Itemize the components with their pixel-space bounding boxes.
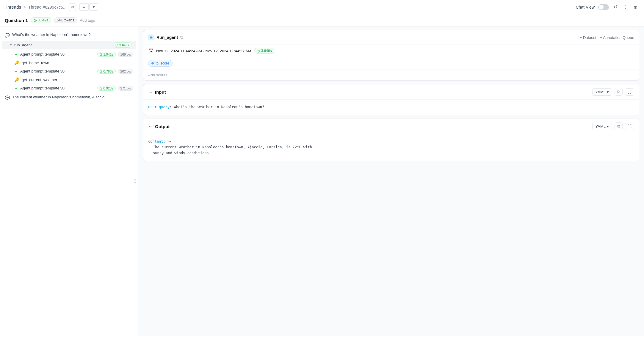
input-section-header: → Input YAML ▾ ⧉ ⛶: [143, 84, 639, 100]
output-yaml-dropdown[interactable]: YAML ▾: [592, 123, 612, 130]
question-tokens-badge: 641 tokens: [54, 17, 77, 23]
main-layout: 💬 What's the weather in Napoleon's homet…: [0, 26, 644, 336]
clock-icon-2: ◷: [100, 69, 103, 73]
input-section-card: → Input YAML ▾ ⧉ ⛶ user_query: What's th…: [143, 84, 639, 115]
output-title-text: Output: [155, 124, 170, 129]
score-dot: [151, 62, 154, 64]
question-tokens-value: 641 tokens: [57, 18, 74, 22]
clock-icon-3: ◷: [100, 86, 103, 90]
sidebar-answer: 💬 The current weather in Napoleon's home…: [0, 92, 138, 103]
breadcrumb-thread: Thread #6299c7c5...: [28, 5, 66, 10]
sidebar-answer-text: The current weather in Napoleon's hometo…: [12, 95, 110, 99]
run-agent-clock-icon: ◷: [115, 43, 118, 47]
sidebar-question-text: What's the weather in Napoleon's hometow…: [12, 32, 91, 37]
agent-prompt-time-1: ◷ 1.942s: [97, 52, 116, 57]
output-code-key: content: [148, 139, 163, 144]
question-time-value: 3.649s: [38, 18, 48, 22]
output-copy-button[interactable]: ⧉: [615, 122, 623, 130]
delete-button[interactable]: 🗑: [632, 3, 639, 11]
card-time-badge: ◷ 3.646s: [254, 48, 274, 54]
copy-agent-button[interactable]: ⧉: [180, 35, 183, 40]
output-title: ← Output: [148, 124, 170, 129]
copy-thread-button[interactable]: ⧉: [69, 3, 76, 11]
output-code-block: content: >- The current weather in Napol…: [143, 134, 639, 161]
sidebar-item-agent-prompt-3[interactable]: ✦ Agent prompt template v0 ◷ 0.923s 271 …: [0, 84, 138, 92]
right-panel: Run_agent ⧉ + Dataset + Annotation Queue…: [138, 26, 644, 336]
sidebar-item-agent-prompt-2[interactable]: ✦ Agent prompt template v0 ◷ 0.768s 202 …: [0, 67, 138, 75]
run-agent-time: 3.646s: [119, 43, 129, 47]
question-label: Question 1: [5, 18, 28, 23]
sidebar-item-agent-prompt-1[interactable]: ✦ Agent prompt template v0 ◷ 1.942s 168 …: [0, 50, 138, 59]
input-controls: YAML ▾ ⧉ ⛶: [592, 88, 634, 96]
date-range: Nov 12, 2024 11:44:24 AM - Nov 12, 2024 …: [156, 49, 251, 53]
header-right: Chat View ↺ ⇧ 🗑: [576, 3, 639, 11]
input-title: → Input: [148, 89, 166, 95]
breadcrumb-threads[interactable]: Threads: [5, 4, 21, 10]
nav-up-button[interactable]: ▲: [79, 3, 89, 11]
output-section-card: ← Output YAML ▾ ⧉ ⛶ content: >- The curr…: [143, 119, 639, 161]
score-label: to_score: [156, 61, 169, 65]
input-copy-button[interactable]: ⧉: [615, 88, 623, 96]
chat-view-label: Chat View: [576, 5, 595, 10]
chevron-down-icon: ▾: [607, 90, 609, 94]
tool-icon-2: 🔑: [14, 77, 19, 82]
output-code-line2: sunny and windy conditions.: [148, 150, 211, 156]
refresh-button[interactable]: ↺: [612, 3, 619, 11]
question-icon: 💬: [5, 33, 10, 38]
run-agent-label: run_agent: [14, 43, 111, 47]
resize-grip[interactable]: ⠿: [133, 178, 137, 184]
agent-prompt-time-3: ◷ 0.923s: [97, 86, 116, 91]
chevron-down-icon: ▾: [10, 43, 12, 47]
agent-icon-2: ✦: [14, 69, 18, 74]
agent-prompt-time-2: ◷ 0.768s: [97, 69, 116, 74]
clock-icon-1: ◷: [100, 52, 103, 56]
run-agent-card-header: Run_agent ⧉ + Dataset + Annotation Queue: [143, 30, 639, 45]
calendar-icon: 📅: [148, 48, 153, 53]
output-code-line1: The current weather in Napoleon's hometo…: [148, 144, 312, 150]
agent-prompt-tokens-2: 202 tks: [118, 69, 133, 74]
share-button[interactable]: ⇧: [622, 3, 629, 11]
chat-view-toggle[interactable]: [598, 4, 609, 10]
agent-icon-3: ✦: [14, 86, 18, 91]
add-annotation-button[interactable]: + Annotation Queue: [600, 35, 634, 40]
agent-prompt-tokens-3: 271 tks: [118, 86, 133, 91]
sidebar-item-get-home-town[interactable]: 🔑 get_home_town: [0, 59, 138, 67]
nav-down-button[interactable]: ▼: [89, 3, 98, 11]
get-current-weather-label: get_current_weather: [22, 78, 133, 82]
input-colon: :: [170, 105, 174, 109]
add-scores-button[interactable]: Add scores: [143, 70, 639, 80]
header: Threads > Thread #6299c7c5... ⧉ ▲ ▼ Chat…: [0, 0, 644, 14]
add-dataset-button[interactable]: + Dataset: [580, 35, 596, 40]
to-score-tag[interactable]: to_score: [148, 60, 173, 67]
tool-icon-1: 🔑: [14, 60, 19, 65]
card-meta: 📅 Nov 12, 2024 11:44:24 AM - Nov 12, 202…: [143, 45, 639, 57]
output-section-header: ← Output YAML ▾ ⧉ ⛶: [143, 119, 639, 134]
sidebar-item-get-current-weather[interactable]: 🔑 get_current_weather: [0, 75, 138, 84]
input-code-key: user_query: [148, 105, 170, 109]
run-agent-time-badge: ◷ 3.646s: [113, 42, 131, 48]
header-left: Threads > Thread #6299c7c5... ⧉ ▲ ▼: [5, 3, 98, 11]
run-agent-card-title: Run_agent: [156, 35, 178, 40]
input-code-value: What's the weather in Napoleon's hometow…: [174, 105, 264, 109]
agent-prompt-label-2: Agent prompt template v0: [20, 69, 95, 73]
input-code-block: user_query: What's the weather in Napole…: [143, 100, 639, 115]
clock-icon: ◷: [34, 18, 37, 22]
sidebar-run-agent[interactable]: ▾ run_agent ◷ 3.646s: [2, 41, 136, 49]
output-controls: YAML ▾ ⧉ ⛶: [592, 122, 634, 130]
add-tags-button[interactable]: Add tags: [80, 18, 95, 23]
input-expand-button[interactable]: ⛶: [625, 88, 634, 96]
sidebar: 💬 What's the weather in Napoleon's homet…: [0, 26, 138, 336]
card-clock-icon: ◷: [257, 49, 260, 53]
answer-icon: 💬: [5, 95, 10, 100]
scores-row: to_score: [143, 57, 639, 70]
svg-point-1: [151, 37, 152, 38]
input-yaml-dropdown[interactable]: YAML ▾: [592, 88, 612, 96]
card-time: 3.646s: [261, 49, 272, 53]
question-bar: Question 1 ◷ 3.649s 641 tokens Add tags: [0, 14, 644, 26]
card-header-right: + Dataset + Annotation Queue: [580, 35, 634, 40]
output-chevron-icon: ▾: [607, 124, 609, 129]
agent-icon-1: ✦: [14, 52, 18, 57]
arrow-right-icon: →: [148, 89, 153, 95]
arrow-left-icon: ←: [148, 124, 153, 129]
output-expand-button[interactable]: ⛶: [625, 123, 634, 130]
